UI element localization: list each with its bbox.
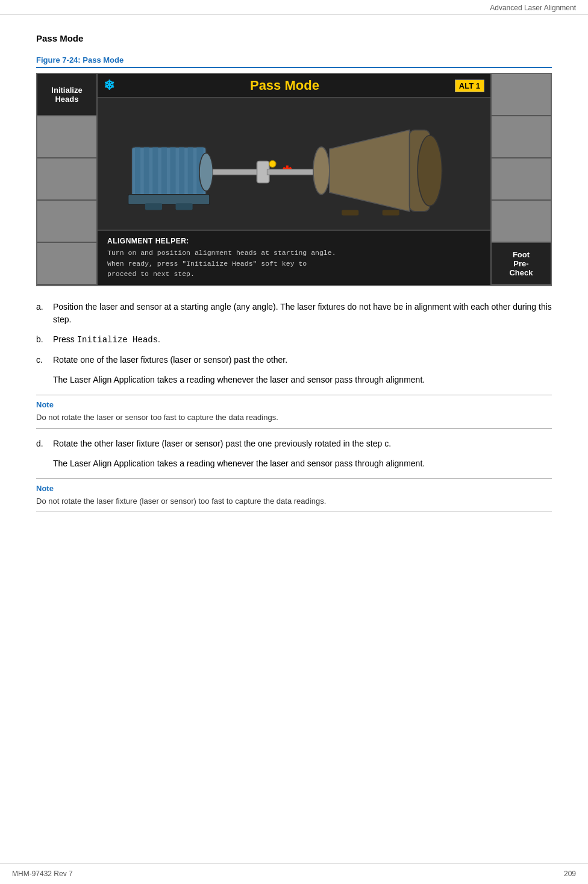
- list-item-a: a. Position the laser and sensor at a st…: [36, 301, 552, 326]
- marker-b: b.: [36, 333, 48, 346]
- body-list-d: d. Rotate the other laser fixture (laser…: [36, 437, 552, 450]
- svg-rect-2: [143, 147, 149, 198]
- svg-point-16: [313, 147, 329, 195]
- para-d: The Laser Align Application takes a read…: [53, 457, 552, 470]
- left-btn-5: [37, 243, 96, 285]
- machine-image-area: ✱: [98, 98, 490, 230]
- right-btn-3: [492, 158, 551, 201]
- svg-rect-6: [179, 147, 184, 198]
- foot-pre-check-button[interactable]: Foot Pre- Check: [492, 243, 551, 285]
- note-text-2: Do not rotate the laser fixture (laser o…: [36, 495, 552, 507]
- text-d: Rotate the other laser fixture (laser or…: [53, 437, 552, 450]
- figure-label: Figure 7-24: Pass Mode: [36, 55, 552, 68]
- svg-rect-4: [161, 147, 166, 198]
- marker-c: c.: [36, 354, 48, 366]
- center-panel: ❄ Pass Mode ALT 1: [98, 74, 490, 285]
- page-content: Pass Mode Figure 7-24: Pass Mode Initial…: [0, 15, 588, 539]
- note-label-1: Note: [36, 400, 552, 409]
- svg-point-10: [199, 153, 213, 191]
- marker-d: d.: [36, 437, 48, 450]
- svg-rect-3: [152, 147, 158, 198]
- alt-badge: ALT 1: [455, 80, 484, 92]
- helper-title: ALIGNMENT HELPER:: [107, 237, 481, 245]
- svg-rect-21: [175, 203, 192, 210]
- svg-rect-9: [128, 195, 209, 205]
- svg-point-19: [418, 136, 442, 206]
- device-ui: Initialize Heads ❄ Pass Mode ALT 1: [36, 73, 552, 286]
- svg-marker-17: [329, 130, 409, 212]
- svg-rect-0: [131, 147, 206, 198]
- list-item-d: d. Rotate the other laser fixture (laser…: [36, 437, 552, 450]
- para-c: The Laser Align Application takes a read…: [53, 374, 552, 386]
- top-bar: ❄ Pass Mode ALT 1: [98, 74, 490, 98]
- right-btn-4: [492, 201, 551, 243]
- marker-a: a.: [36, 301, 48, 326]
- svg-rect-22: [342, 210, 358, 216]
- svg-rect-1: [135, 147, 140, 198]
- right-btn-1: [492, 74, 551, 116]
- inline-code-init: Initialize Heads: [77, 335, 158, 345]
- right-btn-2: [492, 116, 551, 158]
- left-btn-4: [37, 201, 96, 243]
- pass-mode-title: Pass Mode: [114, 78, 455, 93]
- foot-pre-check-label: Foot Pre- Check: [509, 250, 533, 277]
- right-sidebar: Foot Pre- Check: [490, 74, 551, 285]
- text-b: Press Initialize Heads.: [53, 333, 552, 346]
- initialize-heads-label: Initialize Heads: [51, 86, 82, 104]
- svg-rect-23: [382, 210, 399, 216]
- text-a: Position the laser and sensor at a start…: [53, 301, 552, 326]
- machine-svg: ✱: [123, 110, 466, 218]
- section-title: Pass Mode: [36, 33, 552, 43]
- footer-left: MHM-97432 Rev 7: [12, 870, 73, 878]
- note-box-2: Note Do not rotate the laser fixture (la…: [36, 478, 552, 513]
- page-footer: MHM-97432 Rev 7 209: [0, 863, 588, 884]
- left-btn-3: [37, 158, 96, 201]
- page-header: Advanced Laser Alignment: [0, 0, 588, 15]
- text-c: Rotate one of the laser fixtures (laser …: [53, 354, 552, 366]
- svg-point-24: [269, 161, 275, 168]
- top-bar-left: ❄: [104, 78, 114, 93]
- svg-rect-5: [170, 147, 175, 198]
- svg-rect-7: [187, 147, 193, 198]
- left-sidebar: Initialize Heads: [37, 74, 98, 285]
- note-box-1: Note Do not rotate the laser or sensor t…: [36, 395, 552, 429]
- note-text-1: Do not rotate the laser or sensor too fa…: [36, 412, 552, 424]
- snowflake-icon: ❄: [104, 78, 114, 93]
- list-item-c: c. Rotate one of the laser fixtures (las…: [36, 354, 552, 366]
- note-label-2: Note: [36, 484, 552, 493]
- list-item-b: b. Press Initialize Heads.: [36, 333, 552, 346]
- header-title: Advanced Laser Alignment: [490, 4, 576, 12]
- helper-area: ALIGNMENT HELPER: Turn on and position a…: [98, 230, 490, 285]
- helper-text: Turn on and position alignment heads at …: [107, 248, 481, 279]
- left-btn-2: [37, 116, 96, 158]
- body-list: a. Position the laser and sensor at a st…: [36, 301, 552, 366]
- footer-right: 209: [564, 870, 576, 878]
- svg-rect-20: [145, 203, 161, 210]
- initialize-heads-button[interactable]: Initialize Heads: [37, 74, 96, 116]
